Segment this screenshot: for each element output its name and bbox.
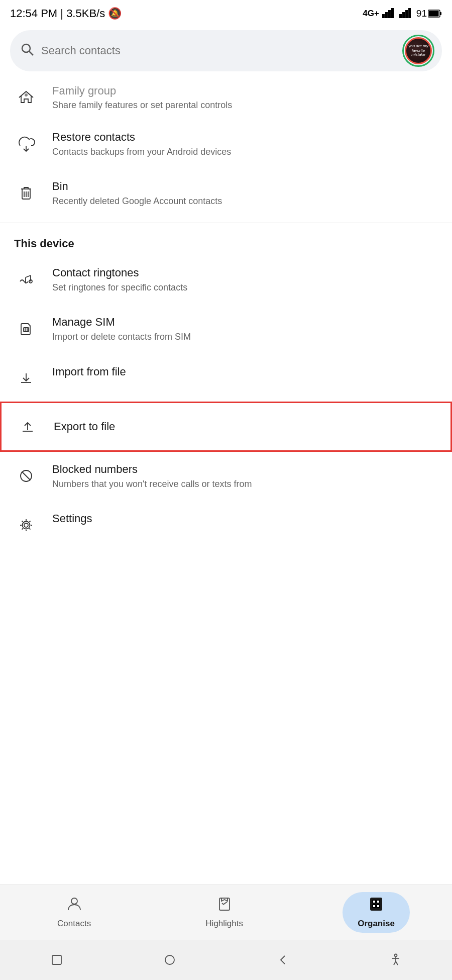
manage-sim-item[interactable]: Manage SIM Import or delete contacts fro…	[0, 305, 452, 354]
manage-sim-subtitle: Import or delete contacts from SIM	[52, 331, 191, 343]
svg-rect-1	[385, 12, 388, 18]
avatar[interactable]: you are my favorite mistake	[405, 37, 432, 64]
svg-point-40	[165, 955, 174, 964]
circle-button[interactable]	[160, 950, 180, 970]
nav-highlights-label: Highlights	[205, 919, 243, 929]
trash-icon	[14, 181, 38, 205]
system-nav-bar	[0, 940, 452, 980]
svg-point-32	[71, 898, 77, 904]
signal-bars-icon	[382, 7, 396, 21]
export-to-file-title: Export to file	[54, 420, 115, 433]
svg-rect-39	[52, 955, 61, 964]
download-cloud-icon	[14, 132, 38, 156]
svg-line-21	[26, 275, 31, 277]
status-bar: 12:54 PM | 3.5KB/s 🔕 4G+ 91	[0, 0, 452, 26]
nav-highlights[interactable]: Highlights	[190, 892, 258, 933]
upload-icon	[16, 415, 40, 439]
svg-line-44	[394, 961, 396, 965]
svg-rect-4	[399, 14, 402, 18]
battery-icon: 91	[416, 8, 442, 19]
signal-4g-icon: 4G+	[363, 9, 379, 19]
manage-sim-title: Manage SIM	[52, 316, 191, 329]
svg-point-11	[22, 44, 30, 52]
svg-rect-0	[382, 14, 385, 18]
blocked-numbers-title: Blocked numbers	[52, 463, 252, 476]
bin-item[interactable]: Bin Recently deleted Google Account cont…	[0, 169, 452, 218]
family-home-icon	[14, 85, 38, 110]
sim-card-icon	[14, 317, 38, 341]
contact-ringtones-title: Contact ringtones	[52, 266, 187, 279]
accessibility-button[interactable]	[386, 950, 406, 970]
family-group-subtitle: Share family features or set parental co…	[52, 100, 232, 111]
blocked-numbers-item[interactable]: Blocked numbers Numbers that you won't r…	[0, 452, 452, 501]
bin-title: Bin	[52, 180, 222, 193]
svg-point-41	[394, 954, 397, 957]
nav-contacts-label: Contacts	[57, 919, 91, 929]
import-from-file-item[interactable]: Import from file	[0, 354, 452, 402]
search-bar[interactable]: you are my favorite mistake	[10, 30, 442, 71]
svg-rect-3	[391, 8, 394, 18]
svg-line-12	[29, 51, 33, 55]
status-icons: 4G+ 91	[363, 7, 442, 21]
star-bookmark-icon	[216, 896, 233, 916]
family-group-title: Family group	[52, 84, 232, 97]
gear-icon	[14, 513, 38, 537]
back-button[interactable]	[273, 950, 293, 970]
music-signal-icon	[14, 267, 38, 291]
svg-rect-9	[440, 12, 441, 15]
restore-contacts-subtitle: Contacts backups from your Android devic…	[52, 146, 231, 158]
svg-rect-38	[377, 905, 380, 908]
nav-contacts[interactable]: Contacts	[42, 892, 106, 933]
square-button[interactable]	[47, 950, 67, 970]
person-icon	[66, 896, 82, 916]
nav-organise-label: Organise	[358, 919, 395, 929]
svg-rect-35	[373, 900, 376, 903]
settings-item[interactable]: Settings	[0, 501, 452, 548]
svg-line-29	[22, 471, 31, 480]
svg-rect-7	[408, 8, 411, 18]
family-group-item[interactable]: Family group Share family features or se…	[0, 78, 452, 120]
bookmark-grid-icon	[368, 896, 384, 916]
block-icon	[14, 464, 38, 488]
settings-title: Settings	[52, 512, 92, 525]
svg-point-31	[23, 521, 30, 529]
blocked-numbers-subtitle: Numbers that you won't receive calls or …	[52, 478, 252, 490]
svg-point-30	[24, 523, 28, 527]
export-to-file-item[interactable]: Export to file	[0, 402, 452, 452]
section-divider	[0, 223, 452, 223]
bottom-nav: Contacts Highlights Organise	[0, 885, 452, 940]
import-from-file-title: Import from file	[52, 365, 126, 378]
svg-rect-10	[429, 11, 439, 17]
search-input[interactable]	[41, 44, 398, 57]
restore-contacts-item[interactable]: Restore contacts Contacts backups from y…	[0, 120, 452, 169]
nav-organise[interactable]: Organise	[343, 892, 410, 933]
svg-rect-36	[377, 900, 380, 903]
svg-rect-23	[24, 328, 29, 332]
section-header-this-device: This device	[0, 227, 452, 255]
svg-rect-34	[371, 898, 382, 910]
svg-point-13	[25, 93, 28, 96]
contact-ringtones-subtitle: Set ringtones for specific contacts	[52, 282, 187, 293]
signal-bars-2-icon	[399, 7, 413, 21]
contact-ringtones-item[interactable]: Contact ringtones Set ringtones for spec…	[0, 255, 452, 305]
svg-line-45	[396, 961, 398, 965]
restore-contacts-title: Restore contacts	[52, 131, 231, 144]
svg-rect-6	[405, 10, 408, 18]
download-icon	[14, 366, 38, 390]
svg-rect-37	[373, 905, 376, 908]
svg-rect-2	[388, 10, 391, 18]
bin-subtitle: Recently deleted Google Account contacts	[52, 195, 222, 207]
search-icon	[20, 42, 34, 60]
svg-rect-5	[402, 12, 405, 18]
status-time-network: 12:54 PM | 3.5KB/s 🔕	[10, 7, 122, 20]
